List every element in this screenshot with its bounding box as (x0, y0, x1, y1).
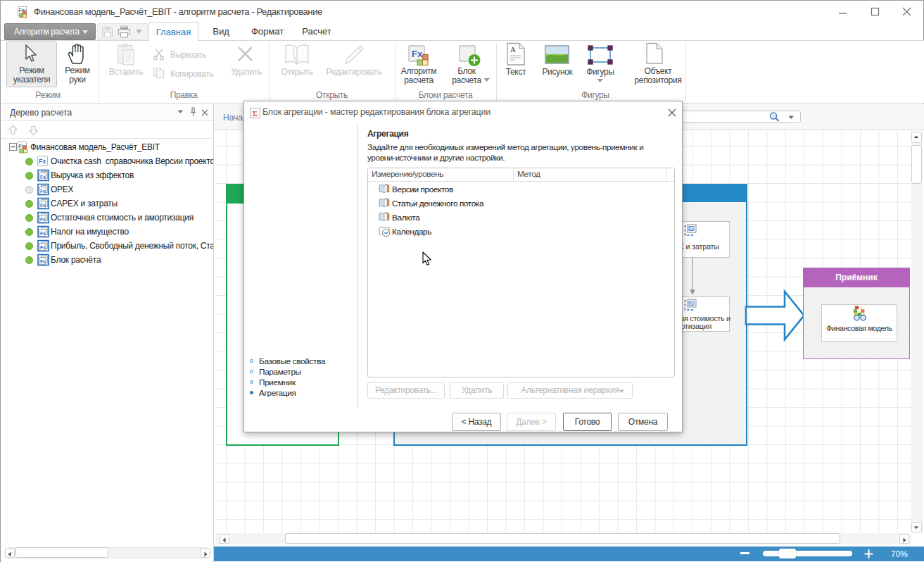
svg-text:Fx: Fx (412, 49, 423, 59)
svg-text:Fx: Fx (40, 231, 46, 236)
svg-text:Fx: Fx (40, 245, 46, 250)
svg-text:Fx: Fx (40, 203, 46, 208)
svg-text:Fx: Fx (39, 158, 46, 165)
svg-text:A: A (510, 45, 516, 54)
svg-text:Fx: Fx (690, 227, 694, 231)
svg-text:Fx: Fx (40, 175, 46, 180)
svg-text:Fx: Fx (40, 189, 46, 194)
svg-text:Fx: Fx (40, 259, 46, 264)
svg-text:Fx: Fx (40, 217, 46, 222)
svg-text:Σ: Σ (253, 109, 258, 118)
svg-text:Fx: Fx (690, 302, 694, 306)
